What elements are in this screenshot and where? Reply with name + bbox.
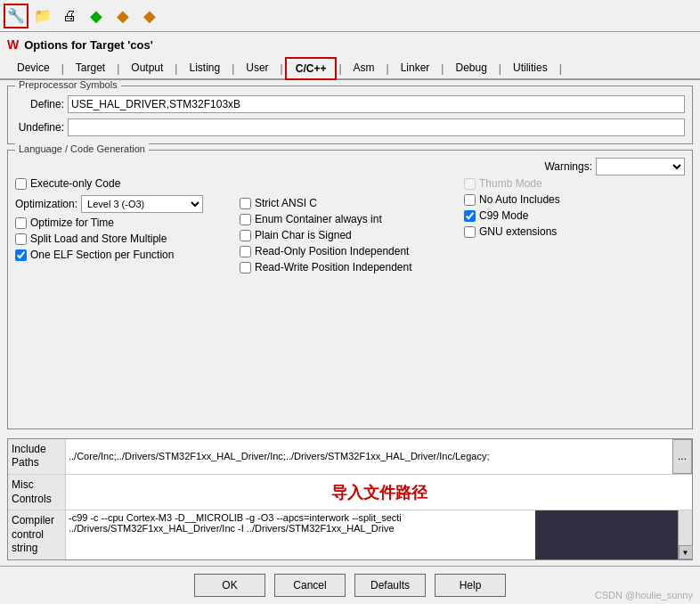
- tab-cpp[interactable]: C/C++: [285, 57, 338, 80]
- optimize-time-label: Optimize for Time: [30, 216, 114, 229]
- col1: Execute-only Code Optimization: Level 0 …: [15, 177, 236, 273]
- dark-overlay: [535, 510, 678, 559]
- strict-ansi-checkbox[interactable]: [240, 198, 251, 209]
- flash-button[interactable]: ◆: [110, 4, 135, 29]
- compiler-scrollbar: ▼: [678, 510, 692, 559]
- readwrite-pos-row[interactable]: Read-Write Position Independent: [240, 261, 460, 273]
- define-label: Define:: [15, 98, 64, 110]
- defaults-button[interactable]: Defaults: [354, 574, 426, 597]
- enum-container-checkbox[interactable]: [240, 214, 251, 225]
- compiler-control-value: -c99 -c --cpu Cortex-M3 -D__MICROLIB -g …: [66, 510, 678, 559]
- optimize-time-checkbox[interactable]: [15, 217, 27, 229]
- warnings-label: Warnings:: [544, 160, 592, 173]
- readwrite-pos-checkbox[interactable]: [240, 262, 251, 273]
- optimization-label: Optimization:: [15, 198, 77, 210]
- c99-mode-label: C99 Mode: [479, 209, 528, 222]
- gnu-extensions-checkbox[interactable]: [464, 226, 476, 238]
- rebuild-button[interactable]: 📁: [30, 4, 55, 29]
- language-group-label: Language / Code Generation: [15, 143, 149, 154]
- preprocessor-group-label: Preprocessor Symbols: [15, 80, 121, 90]
- warnings-select[interactable]: All Warnings MISRA compatible: [596, 158, 685, 175]
- split-load-label: Split Load and Store Multiple: [30, 233, 167, 245]
- readwrite-pos-label: Read-Write Position Independent: [255, 261, 412, 273]
- define-input[interactable]: [68, 95, 685, 113]
- split-load-row[interactable]: Split Load and Store Multiple: [15, 233, 236, 245]
- tab-output[interactable]: Output: [121, 57, 173, 78]
- execute-only-row[interactable]: Execute-only Code: [15, 177, 236, 190]
- optimization-select[interactable]: Level 0 (-O0) Level 1 (-O1) Level 2 (-O2…: [81, 195, 203, 213]
- language-group: Language / Code Generation Warnings: All…: [7, 150, 693, 429]
- misc-controls-label: MiscControls: [8, 475, 66, 510]
- execute-only-checkbox[interactable]: [15, 178, 27, 190]
- options-button[interactable]: ◆: [84, 4, 109, 29]
- include-paths-row: IncludePaths ../Core/Inc;../Drivers/STM3…: [8, 439, 692, 475]
- plain-char-checkbox[interactable]: [240, 230, 251, 241]
- tab-utilities[interactable]: Utilities: [503, 57, 558, 78]
- scrollbar-down-arrow[interactable]: ▼: [679, 545, 693, 559]
- compiler-control-label: Compilercontrolstring: [8, 510, 66, 559]
- misc-controls-row: MiscControls 导入文件路径: [8, 475, 692, 510]
- readonly-pos-checkbox[interactable]: [240, 246, 251, 257]
- c99-mode-row[interactable]: C99 Mode: [464, 209, 685, 222]
- one-elf-checkbox[interactable]: [15, 249, 27, 261]
- strict-ansi-row[interactable]: Strict ANSI C: [240, 197, 460, 209]
- include-paths-browse-button[interactable]: ...: [672, 439, 692, 474]
- split-load-checkbox[interactable]: [15, 233, 27, 245]
- tab-user[interactable]: User: [236, 57, 278, 78]
- tab-debug[interactable]: Debug: [445, 57, 496, 78]
- readonly-pos-label: Read-Only Position Independent: [255, 245, 409, 257]
- cancel-button[interactable]: Cancel: [274, 574, 346, 597]
- enum-container-row[interactable]: Enum Container always int: [240, 213, 460, 225]
- c99-mode-checkbox[interactable]: [464, 210, 476, 222]
- execute-only-label: Execute-only Code: [30, 177, 120, 190]
- undefine-input[interactable]: [68, 118, 685, 136]
- gnu-extensions-row[interactable]: GNU extensions: [464, 225, 685, 238]
- optimization-row: Optimization: Level 0 (-O0) Level 1 (-O1…: [15, 195, 236, 213]
- dialog-title-text: Options for Target 'cos': [24, 38, 153, 52]
- compiler-control-row: Compilercontrolstring -c99 -c --cpu Cort…: [8, 510, 692, 559]
- tab-target[interactable]: Target: [66, 57, 115, 78]
- thumb-mode-label: Thumb Mode: [479, 177, 542, 190]
- tab-device[interactable]: Device: [7, 57, 60, 78]
- enum-container-label: Enum Container always int: [255, 213, 382, 225]
- paths-section: IncludePaths ../Core/Inc;../Drivers/STM3…: [7, 438, 693, 560]
- tab-listing[interactable]: Listing: [179, 57, 230, 78]
- language-options-grid: Execute-only Code Optimization: Level 0 …: [15, 177, 685, 273]
- one-elf-label: One ELF Section per Function: [30, 249, 174, 261]
- include-paths-label: IncludePaths: [8, 439, 66, 474]
- footer: OK Cancel Defaults Help CSDN @houlie_sun…: [0, 566, 700, 604]
- toolbar: 🔧 📁 🖨 ◆ ◆ ◆: [0, 0, 700, 32]
- warnings-container: Warnings: All Warnings MISRA compatible: [544, 158, 685, 175]
- one-elf-row[interactable]: One ELF Section per Function: [15, 249, 236, 261]
- optimize-time-row[interactable]: Optimize for Time: [15, 216, 236, 229]
- include-paths-value: ../Core/Inc;../Drivers/STM32F1xx_HAL_Dri…: [66, 439, 672, 474]
- readonly-pos-row[interactable]: Read-Only Position Independent: [240, 245, 460, 257]
- tab-linker[interactable]: Linker: [391, 57, 440, 78]
- define-row: Define:: [15, 95, 685, 113]
- dialog-title-bar: W Options for Target 'cos': [0, 32, 700, 57]
- strict-ansi-label: Strict ANSI C: [255, 197, 317, 209]
- thumb-mode-checkbox: [464, 178, 476, 190]
- plain-char-row[interactable]: Plain Char is Signed: [240, 229, 460, 241]
- build-button[interactable]: 🔧: [4, 4, 28, 29]
- include-paths-text: ../Core/Inc;../Drivers/STM32F1xx_HAL_Dri…: [69, 451, 490, 461]
- thumb-mode-row[interactable]: Thumb Mode: [464, 177, 685, 190]
- undefine-label: Undefine:: [15, 121, 64, 134]
- tabs-row: Device | Target | Output | Listing | Use…: [0, 57, 700, 80]
- print-button[interactable]: 🖨: [57, 4, 82, 29]
- run-button[interactable]: ◆: [137, 4, 162, 29]
- no-auto-includes-label: No Auto Includes: [479, 193, 560, 206]
- watermark: CSDN @houlie_sunny: [595, 590, 693, 600]
- misc-controls-value[interactable]: 导入文件路径: [66, 475, 692, 510]
- undefine-row: Undefine:: [15, 118, 685, 136]
- no-auto-includes-checkbox[interactable]: [464, 194, 476, 206]
- no-auto-includes-row[interactable]: No Auto Includes: [464, 193, 685, 206]
- tab-asm[interactable]: Asm: [344, 57, 385, 78]
- ok-button[interactable]: OK: [194, 574, 265, 597]
- main-window: 🔧 📁 🖨 ◆ ◆ ◆ W Options for Target 'cos' D…: [0, 0, 700, 604]
- misc-controls-input[interactable]: [69, 487, 689, 498]
- preprocessor-group: Preprocessor Symbols Define: Undefine:: [7, 86, 693, 144]
- plain-char-label: Plain Char is Signed: [255, 229, 352, 241]
- gnu-extensions-label: GNU extensions: [479, 225, 557, 238]
- help-button[interactable]: Help: [435, 574, 506, 597]
